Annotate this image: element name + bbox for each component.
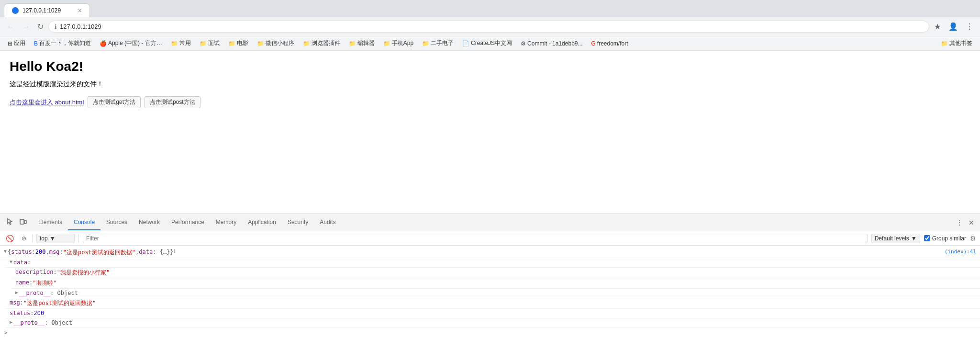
wechat-label: 微信小程序 bbox=[266, 39, 294, 47]
tab-title: 127.0.0.1:1029 bbox=[22, 7, 61, 14]
bookmark-mobile-app[interactable]: 📁 手机App bbox=[379, 38, 417, 49]
browser-tab[interactable]: 127.0.0.1:1029 × bbox=[4, 3, 90, 17]
bookmark-baidu[interactable]: B 百度一下，你就知道 bbox=[30, 38, 95, 49]
freedom-icon: G bbox=[591, 40, 595, 47]
forward-button[interactable]: → bbox=[19, 21, 33, 33]
page-links: 点击这里会进入 about.html 点击测试get方法 点击测试post方法 bbox=[10, 96, 970, 108]
movie-label: 电影 bbox=[237, 39, 248, 47]
apps-label: 应用 bbox=[14, 39, 25, 47]
reload-button[interactable]: ↻ bbox=[34, 20, 46, 33]
address-bar[interactable]: ℹ 127.0.0.1:1029 bbox=[48, 21, 929, 33]
page-title: Hello Koa2! bbox=[10, 59, 970, 74]
nav-bar: ← → ↻ ℹ 127.0.0.1:1029 ★ 👤 ⋮ bbox=[0, 17, 980, 36]
bookmark-apps[interactable]: ⊞ 应用 bbox=[4, 38, 29, 49]
bookmark-common[interactable]: 📁 常用 bbox=[167, 38, 195, 49]
bookmark-second-hand[interactable]: 📁 二手电子 bbox=[418, 38, 457, 49]
folder-icon-4: 📁 bbox=[257, 40, 264, 47]
folder-icon-more: 📁 bbox=[941, 40, 948, 47]
baidu-label: 百度一下，你就知道 bbox=[39, 39, 91, 47]
folder-icon-6: 📁 bbox=[349, 40, 356, 47]
common-label: 常用 bbox=[179, 39, 191, 47]
bookmarks-button[interactable]: ★ bbox=[931, 20, 944, 33]
menu-button[interactable]: ⋮ bbox=[963, 20, 976, 33]
editor-label: 编辑器 bbox=[357, 39, 375, 47]
bookmark-more[interactable]: 📁 其他书签 bbox=[937, 38, 976, 49]
bookmark-movie[interactable]: 📁 电影 bbox=[224, 38, 252, 49]
url-text: 127.0.0.1:1029 bbox=[60, 23, 101, 30]
browser-ext-label: 浏览器插件 bbox=[312, 39, 340, 47]
back-button[interactable]: ← bbox=[4, 21, 17, 33]
gear-icon: ⚙ bbox=[521, 40, 526, 47]
bookmark-interview[interactable]: 📁 面试 bbox=[196, 38, 223, 49]
mobile-app-label: 手机App bbox=[392, 39, 413, 47]
reload-icon: ↻ bbox=[37, 22, 44, 31]
tab-close-btn[interactable]: × bbox=[78, 7, 82, 14]
doc-icon-1: 📄 bbox=[462, 40, 469, 47]
interview-label: 面试 bbox=[208, 39, 220, 47]
post-test-button[interactable]: 点击测试post方法 bbox=[145, 96, 200, 108]
apple-label: Apple (中国) - 官方… bbox=[108, 39, 162, 47]
bookmark-createjs[interactable]: 📄 CreateJS中文网 bbox=[458, 38, 516, 49]
bookmark-apple[interactable]: 🍎 Apple (中国) - 官方… bbox=[96, 38, 166, 49]
bookmark-editor[interactable]: 📁 编辑器 bbox=[345, 38, 379, 49]
baidu-icon: B bbox=[34, 40, 38, 47]
more-bookmarks-label: 其他书签 bbox=[949, 39, 972, 47]
user-button[interactable]: 👤 bbox=[946, 20, 961, 33]
bookmark-commit[interactable]: ⚙ Commit - 1a1debb9... bbox=[517, 39, 586, 48]
bookmark-browser-ext[interactable]: 📁 浏览器插件 bbox=[299, 38, 344, 49]
back-icon: ← bbox=[7, 23, 14, 31]
second-hand-label: 二手电子 bbox=[431, 39, 454, 47]
folder-icon-5: 📁 bbox=[303, 40, 310, 47]
folder-icon-1: 📁 bbox=[171, 40, 178, 47]
folder-icon-2: 📁 bbox=[200, 40, 207, 47]
folder-icon-8: 📁 bbox=[422, 40, 429, 47]
page-content: Hello Koa2! 这是经过模版渲染过来的文件！ 点击这里会进入 about… bbox=[0, 51, 980, 147]
lock-icon: ℹ bbox=[55, 23, 57, 30]
page-subtitle: 这是经过模版渲染过来的文件！ bbox=[10, 80, 970, 89]
about-link[interactable]: 点击这里会进入 about.html bbox=[10, 98, 84, 107]
bookmark-wechat[interactable]: 📁 微信小程序 bbox=[253, 38, 298, 49]
forward-icon: → bbox=[22, 23, 30, 31]
createjs-label: CreateJS中文网 bbox=[471, 39, 512, 47]
get-test-button[interactable]: 点击测试get方法 bbox=[88, 96, 141, 108]
apple-icon: 🍎 bbox=[100, 40, 107, 47]
commit-label: Commit - 1a1debb9... bbox=[527, 40, 582, 47]
apps-icon: ⊞ bbox=[8, 40, 12, 47]
nav-right-actions: ★ 👤 ⋮ bbox=[931, 20, 976, 33]
bookmark-freedom[interactable]: G freedom/fort bbox=[587, 39, 632, 48]
folder-icon-7: 📁 bbox=[383, 40, 390, 47]
bookmarks-bar: ⊞ 应用 B 百度一下，你就知道 🍎 Apple (中国) - 官方… 📁 常用… bbox=[0, 36, 980, 51]
tab-favicon bbox=[12, 7, 19, 14]
folder-icon-3: 📁 bbox=[228, 40, 235, 47]
freedom-label: freedom/fort bbox=[597, 40, 628, 47]
